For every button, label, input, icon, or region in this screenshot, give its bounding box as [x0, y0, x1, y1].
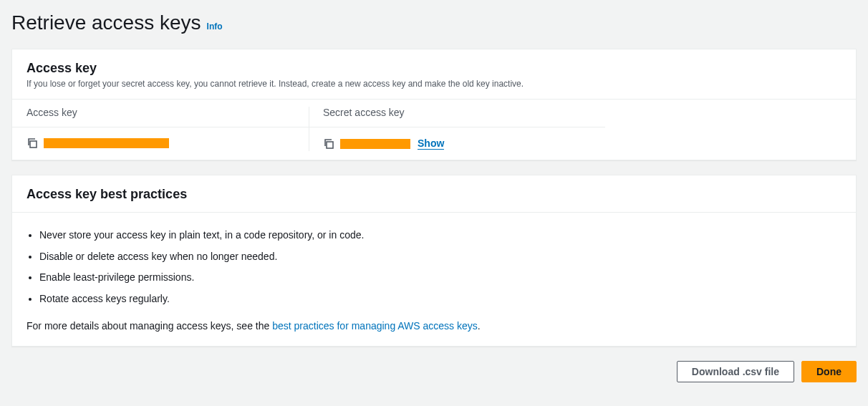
show-secret-link[interactable]: Show: [418, 137, 444, 150]
access-key-redacted: [44, 138, 169, 148]
bp-footer-prefix: For more details about managing access k…: [26, 320, 272, 332]
page-title: Retrieve access keys: [11, 11, 201, 34]
best-practices-title: Access key best practices: [26, 187, 842, 202]
best-practices-panel: Access key best practices Never store yo…: [11, 175, 857, 347]
page-header: Retrieve access keys Info: [11, 11, 857, 34]
copy-icon[interactable]: [323, 138, 334, 150]
access-key-value: [12, 127, 309, 159]
bp-footer-link[interactable]: best practices for managing AWS access k…: [272, 320, 478, 332]
secret-key-redacted: [340, 139, 410, 149]
bp-footer-suffix: .: [478, 320, 481, 332]
access-key-panel-title: Access key: [26, 61, 842, 76]
secret-key-cell: Secret access key Show: [309, 100, 605, 160]
secret-key-value: Show: [309, 127, 605, 160]
best-practices-list: Never store your access key in plain tex…: [12, 213, 856, 306]
access-key-kv-row: Access key Secret access key Show: [12, 100, 856, 160]
svg-rect-0: [30, 141, 37, 148]
actions-row: Download .csv file Done: [11, 361, 857, 382]
list-item: Disable or delete access key when no lon…: [39, 250, 842, 264]
copy-icon[interactable]: [26, 137, 38, 149]
best-practices-footer: For more details about managing access k…: [12, 313, 856, 346]
svg-rect-1: [327, 142, 333, 148]
list-item: Rotate access keys regularly.: [39, 292, 842, 306]
access-key-panel: Access key If you lose or forget your se…: [11, 49, 857, 160]
access-key-cell: Access key: [12, 100, 309, 160]
access-key-panel-desc: If you lose or forget your secret access…: [26, 79, 842, 89]
secret-key-label: Secret access key: [309, 100, 605, 127]
list-item: Enable least-privilege permissions.: [39, 271, 842, 285]
best-practices-header: Access key best practices: [12, 175, 856, 213]
list-item: Never store your access key in plain tex…: [39, 228, 842, 243]
access-key-panel-header: Access key If you lose or forget your se…: [12, 49, 856, 100]
info-link[interactable]: Info: [207, 21, 223, 32]
done-button[interactable]: Done: [801, 361, 857, 382]
access-key-label: Access key: [12, 100, 309, 127]
download-csv-button[interactable]: Download .csv file: [677, 361, 794, 382]
